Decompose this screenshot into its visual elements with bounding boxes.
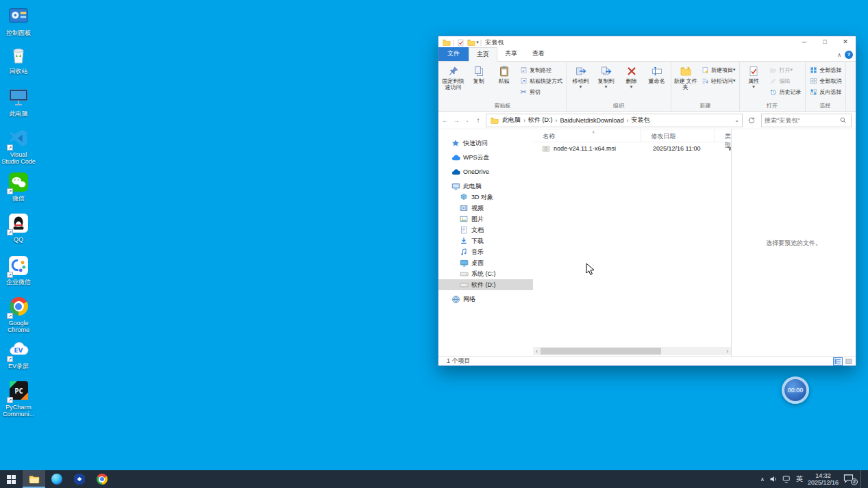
start-button[interactable] <box>0 470 23 488</box>
ribbon-button-粘贴[interactable]: 粘贴 <box>491 62 517 99</box>
ribbon-button-删除[interactable]: 删除▾ <box>619 62 644 99</box>
horizontal-scrollbar[interactable]: ‹ › <box>533 347 731 355</box>
help-icon[interactable]: ? <box>845 51 853 59</box>
details-view-button[interactable] <box>833 357 843 365</box>
address-dropdown-icon[interactable]: ⌄ <box>734 117 739 123</box>
scrollbar-thumb[interactable] <box>541 348 661 355</box>
disk-icon <box>459 280 469 290</box>
file-row-node-v24.11.1-x64.msi[interactable]: node-v24.11.1-x64.msi2025/12/16 11:00Win <box>533 142 731 154</box>
nav-item-音乐[interactable]: 音乐 <box>438 246 533 257</box>
breadcrumb-segment[interactable]: 此电脑 <box>499 116 523 125</box>
nav-item-文档[interactable]: 文档 <box>438 224 533 235</box>
taskbar-blue-app[interactable] <box>68 470 90 488</box>
volume-icon[interactable] <box>769 475 778 483</box>
ribbon-button-编辑[interactable]: 编辑 <box>767 75 804 86</box>
ribbon-button-新建项目[interactable]: 新建项目 ▾ <box>698 64 738 75</box>
desktop-icon-recycle-bin[interactable]: 回收站 <box>1 45 36 75</box>
ribbon-button-打开[interactable]: 打开 ▾ <box>767 64 804 75</box>
nav-item-此电脑[interactable]: 此电脑 <box>438 181 533 192</box>
ribbon-button-重命名[interactable]: 重命名 <box>644 62 669 99</box>
svg-text:PC: PC <box>14 387 23 395</box>
chrome-icon: ↗ <box>8 297 29 318</box>
tab-主页[interactable]: 主页 <box>469 47 497 62</box>
column-header-name[interactable]: 名称 <box>533 129 641 142</box>
ribbon-button-轻松访问[interactable]: 轻松访问 ▾ <box>698 75 738 86</box>
desktop-icon-wechat[interactable]: ↗微信 <box>1 172 36 202</box>
qat-new-folder-icon[interactable] <box>467 38 475 47</box>
ribbon-button-移动到[interactable]: 移动到▾ <box>568 62 593 99</box>
show-hidden-icons[interactable]: ∧ <box>760 476 765 483</box>
ribbon-button-反向选择[interactable]: 反向选择 <box>807 86 844 97</box>
desktop-icon-chrome[interactable]: ↗Google Chrome <box>1 297 36 333</box>
taskbar-chrome[interactable] <box>90 470 113 488</box>
ribbon-button-固定到快速访问[interactable]: 固定到快速访问 <box>441 62 466 99</box>
desktop-icon-qq[interactable]: ↗QQ <box>1 214 36 243</box>
taskbar-edge[interactable] <box>45 470 68 488</box>
ime-indicator[interactable]: 英 <box>796 474 803 484</box>
up-icon[interactable]: ↑ <box>473 116 484 124</box>
search-input[interactable] <box>765 117 838 124</box>
breadcrumb-segment[interactable]: BaiduNetdiskDownload <box>558 117 627 124</box>
nav-item-快速访问[interactable]: 快速访问 <box>438 138 533 149</box>
taskbar-file-explorer[interactable] <box>23 470 45 488</box>
scroll-left-icon[interactable]: ‹ <box>533 348 541 355</box>
tab-文件[interactable]: 文件 <box>438 47 469 61</box>
action-center-button[interactable]: 2 <box>843 474 856 485</box>
ribbon-button-粘贴快捷方式[interactable]: 粘贴快捷方式 <box>517 75 565 86</box>
taskbar-clock[interactable]: 14:32 2025/12/16 <box>808 472 839 486</box>
recent-locations-icon[interactable]: ⌄ <box>462 118 473 123</box>
ribbon-button-新建文件夹[interactable]: 新建 文件夹 <box>673 62 698 99</box>
nav-item-WPS云盘[interactable]: WPS云盘 <box>438 152 533 163</box>
pycharm-icon: PC↗ <box>8 381 29 402</box>
desktop-icon-pycharm[interactable]: PC↗PyCharm Communi... <box>1 381 36 418</box>
tab-查看[interactable]: 查看 <box>525 47 552 61</box>
desktop-icon-vscode[interactable]: ↗Visual Studio Code <box>1 129 36 165</box>
qat-properties-icon[interactable] <box>456 38 465 47</box>
nav-item-视频[interactable]: 视频 <box>438 203 533 214</box>
ribbon-button-复制[interactable]: 复制 <box>466 62 491 99</box>
ribbon-button-全部取消[interactable]: 全部取消 <box>807 75 844 86</box>
nav-item-图片[interactable]: 图片 <box>438 214 533 224</box>
breadcrumb[interactable]: 此电脑›软件 (D:)›BaiduNetdiskDownload›安装包 ⌄ <box>486 114 743 127</box>
ribbon-button-剪切[interactable]: ✂剪切 <box>517 86 565 97</box>
refresh-icon[interactable] <box>745 116 758 125</box>
recording-timer-widget[interactable]: 00:00 <box>782 376 809 404</box>
nav-item-软件 (D:)[interactable]: 软件 (D:) <box>438 279 533 290</box>
maximize-button[interactable]: □ <box>815 36 835 49</box>
nav-item-下载[interactable]: 下载 <box>438 235 533 246</box>
nav-item-3D 对象[interactable]: 3D 对象 <box>438 192 533 203</box>
ribbon-button-属性[interactable]: 属性▾ <box>741 62 767 99</box>
nav-item-网络[interactable]: 网络 <box>438 294 533 305</box>
desktop-icon-this-pc[interactable]: 此电脑 <box>1 88 36 117</box>
thumbnail-view-button[interactable] <box>844 357 854 365</box>
desktop-icon-label: 此电脑 <box>1 110 36 117</box>
ribbon-button-历史记录[interactable]: 历史记录 <box>767 86 804 97</box>
column-header-type[interactable]: 类型 <box>715 129 731 142</box>
ribbon-button-复制到[interactable]: 复制到▾ <box>593 62 619 99</box>
search-icon[interactable] <box>839 116 847 125</box>
column-header-date[interactable]: 修改日期 <box>641 129 715 142</box>
file-list-pane[interactable]: ∧ 名称 修改日期 类型 node-v24.11.1-x64.msi2025/1… <box>533 129 732 356</box>
desktop-icon-control-panel[interactable]: 控制面板 <box>1 7 36 36</box>
back-icon[interactable]: ← <box>440 116 451 124</box>
desktop-icon-label: EV录屏 <box>1 363 36 370</box>
nav-item-OneDrive[interactable]: OneDrive <box>438 166 533 177</box>
collapse-ribbon-icon[interactable]: ∧ <box>837 52 841 58</box>
qat-customize-dropdown[interactable]: ▾ <box>476 40 479 45</box>
breadcrumb-segment[interactable]: 安装包 <box>629 116 653 125</box>
scroll-right-icon[interactable]: › <box>723 348 731 355</box>
desktop-icon-ev[interactable]: EV↗EV录屏 <box>1 340 36 370</box>
tab-共享[interactable]: 共享 <box>497 47 525 61</box>
network-icon[interactable] <box>782 475 791 483</box>
ribbon-button-复制路径[interactable]: 复制路径 <box>517 64 565 75</box>
show-desktop-button[interactable] <box>860 470 864 488</box>
search-box[interactable] <box>761 114 852 127</box>
nav-item-系统 (C:)[interactable]: 系统 (C:) <box>438 268 533 279</box>
minimize-button[interactable]: ─ <box>794 36 815 49</box>
forward-icon[interactable]: → <box>451 116 462 124</box>
ribbon-button-全部选择[interactable]: 全部选择 <box>807 64 844 75</box>
breadcrumb-segment[interactable]: 软件 (D:) <box>525 116 556 125</box>
desktop-icon-wecom[interactable]: ↗企业微信 <box>1 256 36 285</box>
nav-item-桌面[interactable]: 桌面 <box>438 257 533 268</box>
close-button[interactable]: ✕ <box>835 36 856 49</box>
